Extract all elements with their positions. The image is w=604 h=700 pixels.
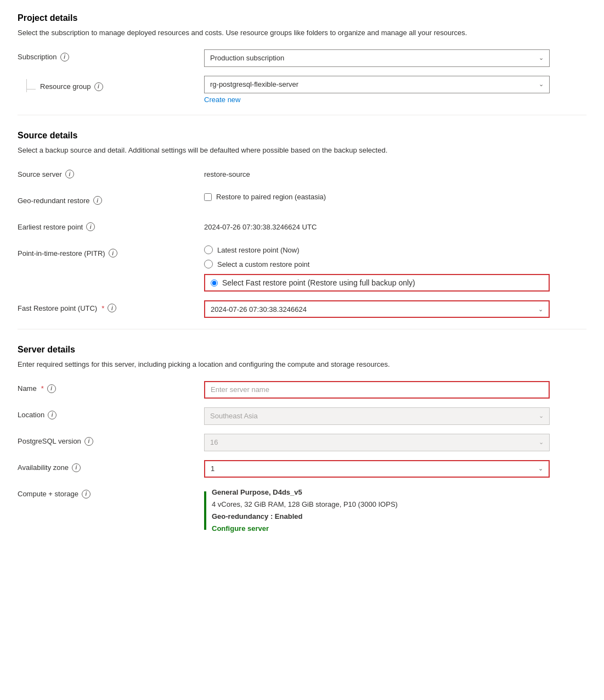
earliest-restore-value: 2024-07-26 07:30:38.3246624 UTC (204, 219, 550, 231)
resource-group-info-icon[interactable]: i (94, 82, 103, 91)
name-info-icon[interactable]: i (47, 384, 56, 393)
earliest-restore-label: Earliest restore point i (18, 219, 204, 231)
pitr-radio-group: Latest restore point (Now) Select a cust… (204, 245, 550, 292)
source-details-desc: Select a backup source and detail. Addit… (18, 145, 586, 156)
geo-redundant-checkbox-item: Restore to paired region (eastasia) (204, 193, 550, 201)
location-control: Southeast Asia ⌄ (204, 407, 550, 425)
green-bar (204, 491, 206, 530)
compute-storage-value: General Purpose, D4ds_v5 4 vCores, 32 Gi… (204, 486, 550, 535)
pitr-control: Latest restore point (Now) Select a cust… (204, 245, 550, 292)
radio-latest-item: Latest restore point (Now) (204, 245, 550, 254)
compute-storage-row: Compute + storage i General Purpose, D4d… (18, 486, 586, 535)
geo-redundancy: Geo-redundancy : Enabled (212, 511, 398, 523)
pitr-label: Point-in-time-restore (PITR) i (18, 245, 204, 257)
geo-redundant-checkbox-label: Restore to paired region (eastasia) (216, 193, 326, 201)
availability-zone-row: Availability zone i 1 ⌄ (18, 460, 586, 478)
server-details-desc: Enter required settings for this server,… (18, 359, 586, 370)
compute-storage-control: General Purpose, D4ds_v5 4 vCores, 32 Gi… (204, 486, 550, 535)
postgresql-version-row: PostgreSQL version i 16 ⌄ (18, 434, 586, 451)
subscription-dropdown[interactable]: Production subscription ⌄ (204, 49, 550, 67)
geo-redundant-control: Restore to paired region (eastasia) (204, 193, 550, 201)
compute-storage-details: General Purpose, D4ds_v5 4 vCores, 32 Gi… (212, 486, 398, 535)
postgresql-version-value: 16 (210, 438, 218, 446)
earliest-restore-info-icon[interactable]: i (86, 222, 95, 231)
create-new-link[interactable]: Create new (204, 96, 240, 104)
resource-group-row: Resource group i rg-postgresql-flexible-… (18, 76, 586, 104)
radio-custom-label: Select a custom restore point (217, 260, 309, 268)
resource-group-dropdown[interactable]: rg-postgresql-flexible-server ⌄ (204, 76, 550, 93)
geo-redundant-info-icon[interactable]: i (93, 196, 102, 205)
geo-redundant-label: Geo-redundant restore i (18, 193, 204, 205)
postgresql-version-dropdown[interactable]: 16 ⌄ (204, 434, 550, 451)
pitr-info-icon[interactable]: i (109, 249, 117, 257)
fast-restore-required: * (101, 304, 104, 312)
resource-group-control: rg-postgresql-flexible-server ⌄ Create n… (204, 76, 550, 104)
radio-custom-item: Select a custom restore point (204, 260, 550, 268)
server-details-title: Server details (18, 345, 586, 355)
resource-group-label: Resource group i (40, 79, 103, 91)
availability-zone-dropdown[interactable]: 1 ⌄ (204, 460, 550, 478)
source-server-label: Source server i (18, 166, 204, 178)
earliest-restore-control: 2024-07-26 07:30:38.3246624 UTC (204, 219, 550, 231)
availability-zone-label: Availability zone i (18, 460, 204, 472)
fast-restore-row: Fast Restore point (UTC) * i 2024-07-26 … (18, 300, 586, 318)
server-name-label: Name * i (18, 381, 204, 393)
source-server-value: restore-source (204, 166, 550, 178)
divider-1 (18, 115, 586, 115)
geo-redundant-checkbox[interactable] (204, 193, 212, 201)
radio-custom[interactable] (204, 260, 213, 268)
location-info-icon[interactable]: i (48, 411, 57, 419)
compute-detail: 4 vCores, 32 GiB RAM, 128 GiB storage, P… (212, 499, 398, 511)
indent-h-line (27, 89, 36, 89)
compute-tier: General Purpose, D4ds_v5 (212, 486, 398, 499)
fast-restore-chevron-icon: ⌄ (538, 306, 543, 313)
project-details-title: Project details (18, 13, 586, 23)
postgresql-version-chevron-icon: ⌄ (539, 439, 544, 446)
subscription-row: Subscription i Production subscription ⌄ (18, 49, 586, 67)
configure-server-link[interactable]: Configure server (212, 523, 398, 535)
server-details-section: Server details Enter required settings f… (18, 345, 586, 535)
availability-zone-value: 1 (211, 464, 214, 473)
resource-group-chevron-icon: ⌄ (539, 81, 544, 88)
pitr-row: Point-in-time-restore (PITR) i Latest re… (18, 245, 586, 292)
source-server-control: restore-source (204, 166, 550, 178)
name-required-star: * (41, 384, 44, 393)
location-label: Location i (18, 407, 204, 419)
compute-storage-label: Compute + storage i (18, 486, 204, 499)
availability-zone-control: 1 ⌄ (204, 460, 550, 478)
source-details-title: Source details (18, 131, 586, 141)
radio-fast-label: Select Fast restore point (Restore using… (222, 278, 415, 287)
radio-latest[interactable] (204, 245, 213, 254)
fast-restore-dropdown[interactable]: 2024-07-26 07:30:38.3246624 ⌄ (204, 300, 550, 318)
location-chevron-icon: ⌄ (539, 412, 544, 419)
subscription-info-icon[interactable]: i (60, 53, 69, 61)
source-details-section: Source details Select a backup source an… (18, 131, 586, 318)
resource-group-indent: Resource group i (18, 76, 204, 92)
radio-fast[interactable] (211, 279, 218, 287)
postgresql-version-label: PostgreSQL version i (18, 434, 204, 446)
location-row: Location i Southeast Asia ⌄ (18, 407, 586, 425)
postgresql-version-control: 16 ⌄ (204, 434, 550, 451)
source-server-row: Source server i restore-source (18, 166, 586, 184)
project-details-section: Project details Select the subscription … (18, 13, 586, 104)
fast-restore-label: Fast Restore point (UTC) * i (18, 300, 204, 312)
subscription-dropdown-value: Production subscription (210, 54, 284, 62)
radio-fast-highlighted: Select Fast restore point (Restore using… (204, 274, 550, 292)
divider-2 (18, 329, 586, 329)
availability-zone-chevron-icon: ⌄ (538, 465, 543, 472)
indent-connector (26, 79, 36, 92)
radio-latest-label: Latest restore point (Now) (217, 246, 300, 254)
fast-restore-control: 2024-07-26 07:30:38.3246624 ⌄ (204, 300, 550, 318)
project-details-desc: Select the subscription to manage deploy… (18, 27, 586, 38)
fast-restore-info-icon[interactable]: i (108, 304, 116, 312)
compute-storage-info-icon[interactable]: i (82, 490, 91, 499)
availability-zone-info-icon[interactable]: i (72, 463, 81, 472)
subscription-label: Subscription i (18, 49, 204, 61)
subscription-chevron-icon: ⌄ (539, 54, 544, 61)
source-server-info-icon[interactable]: i (65, 170, 74, 178)
postgresql-version-info-icon[interactable]: i (84, 437, 93, 446)
geo-redundant-row: Geo-redundant restore i Restore to paire… (18, 193, 586, 210)
location-dropdown[interactable]: Southeast Asia ⌄ (204, 407, 550, 425)
subscription-control: Production subscription ⌄ (204, 49, 550, 67)
server-name-input[interactable] (204, 381, 550, 399)
